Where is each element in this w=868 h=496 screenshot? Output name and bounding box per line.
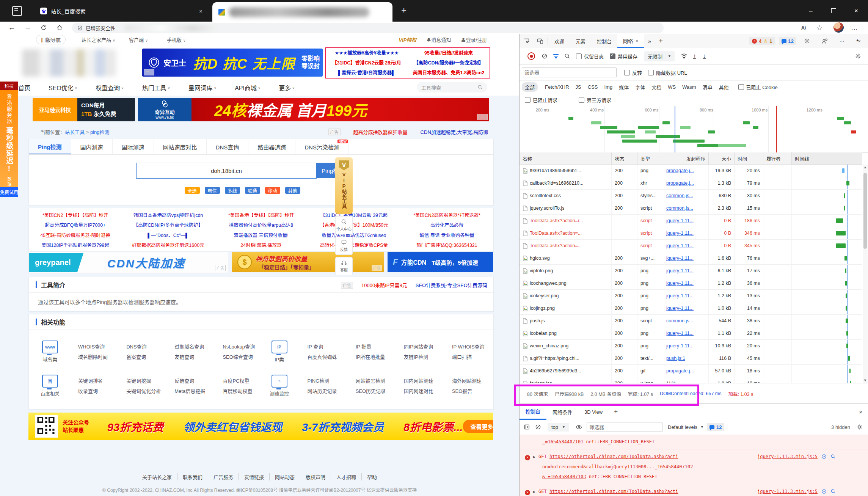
import-har-icon[interactable]: ↑ bbox=[693, 53, 696, 59]
devtools-tab[interactable]: 欢迎× bbox=[549, 34, 570, 48]
errors-warnings-badge[interactable]: ×4 ⚠1 bbox=[749, 37, 775, 45]
tool-link[interactable]: IP 批量 bbox=[356, 343, 372, 350]
promo-offer[interactable]: 领外卖红包省钱返现 bbox=[183, 418, 282, 434]
source-location-link[interactable]: jquery-1.11.3.min.js:5 bbox=[757, 487, 818, 496]
profile-avatar[interactable] bbox=[833, 22, 844, 33]
mobile-menu[interactable]: 手机版 ∨ bbox=[167, 36, 186, 43]
network-request-row[interactable]: ToolData.ashx?action=... script jquery-1… bbox=[520, 227, 862, 240]
request-initiator-link[interactable]: propagate.j... bbox=[666, 368, 694, 374]
request-initiator-link[interactable]: jquery-1.11... bbox=[666, 243, 694, 248]
devtools-more-menu-icon[interactable]: ⋯ bbox=[835, 38, 849, 44]
devtools-close-icon[interactable]: × bbox=[852, 38, 866, 44]
text-ad-link[interactable]: 【31IDC】香港10M云服 39元起 bbox=[308, 211, 400, 218]
devtools-tab[interactable]: 控制台× bbox=[591, 34, 617, 48]
text-ad-link[interactable]: 【香港CN2大带宽】100M/850元 bbox=[308, 221, 400, 228]
tool-link[interactable]: SEO综合查询 bbox=[223, 353, 253, 360]
new-tab-button[interactable]: + bbox=[399, 6, 409, 16]
live-expression-eye-icon[interactable] bbox=[573, 424, 584, 430]
column-header[interactable]: 发起程序 bbox=[663, 152, 709, 165]
column-header[interactable]: 名称 bbox=[520, 152, 612, 165]
text-ad-link[interactable]: 10000来路IP只需8元 bbox=[361, 281, 407, 289]
add-tool-icon[interactable]: + bbox=[655, 34, 667, 48]
tool-link[interactable]: 百度移动权重 bbox=[223, 387, 252, 394]
nav-item[interactable]: SEO优化∨ bbox=[49, 83, 77, 92]
log-levels-dropdown[interactable]: Default levels▼ bbox=[668, 424, 704, 430]
see-more-deals-button[interactable]: 查看更多优惠 bbox=[463, 420, 493, 433]
expand-triangle-icon[interactable]: ▶ bbox=[533, 490, 535, 494]
request-initiator-link[interactable]: common.js... bbox=[666, 206, 693, 211]
text-ad-link[interactable]: 高转化产品必备 bbox=[400, 221, 493, 228]
legacy-nav-button[interactable]: 旧版导航 bbox=[36, 35, 66, 44]
tool-tab[interactable]: 网站速度对比 bbox=[154, 139, 207, 154]
banner-ad-shenzhou[interactable]: $ 神舟联盟高价收量「稳定日结」「零扣量」 广告 bbox=[232, 252, 384, 272]
nav-item[interactable]: 更多∨ bbox=[279, 83, 295, 92]
issue-link-icon[interactable] bbox=[821, 489, 827, 494]
type-filter[interactable]: CSS bbox=[588, 84, 598, 90]
tool-link[interactable]: 网站历史记录 bbox=[308, 387, 337, 394]
console-sidebar-icon[interactable] bbox=[521, 424, 532, 430]
tool-link[interactable]: 百度真假蜘蛛 bbox=[308, 353, 337, 360]
tool-link[interactable]: SEO历史记录 bbox=[356, 387, 386, 394]
line-tag-button[interactable]: 多线 bbox=[225, 187, 240, 194]
customer-service-button[interactable]: 客服 bbox=[335, 257, 353, 275]
type-filter[interactable]: 文档 bbox=[651, 83, 661, 91]
network-request-row[interactable]: icobeian.png 200 png jquery-1.11... 1.1 … bbox=[520, 327, 862, 340]
text-ad-link[interactable]: 双端播放器 三倍预付收量! bbox=[215, 231, 308, 239]
tool-link[interactable]: Meta信息挖掘 bbox=[174, 387, 205, 394]
network-request-row[interactable]: f9391ba148945f596b1... 200 png propagate… bbox=[520, 165, 862, 177]
request-url-link[interactable]: https://othertool.chinaz.com/ToolData.as… bbox=[549, 489, 678, 494]
network-request-row[interactable]: push.js 200 script common.js... 544 B 38… bbox=[520, 315, 862, 327]
network-request-row[interactable]: 4b2f69b6279f56939d3... 200 gif propagate… bbox=[520, 365, 862, 377]
type-filter[interactable]: 清单 bbox=[703, 83, 713, 91]
console-settings-gear-icon[interactable] bbox=[854, 424, 865, 430]
tool-link[interactable]: 百度PC权重 bbox=[223, 377, 249, 384]
javascript-context-dropdown[interactable]: top▼ bbox=[548, 423, 569, 432]
network-filter-input[interactable] bbox=[522, 67, 617, 77]
search-similar-icon[interactable] bbox=[830, 489, 836, 494]
preserve-log-checkbox[interactable]: 保留日志 bbox=[576, 53, 604, 60]
tool-link[interactable]: IP 查询 bbox=[308, 343, 323, 350]
banner-ad-fangneng[interactable]: F 方能CDN T级高防，5倍加速 bbox=[388, 252, 493, 272]
banner-ad-aws[interactable]: 亚马逊云科技 CDN每月1TB 永久免费 bbox=[33, 98, 135, 121]
feedback-people-icon[interactable] bbox=[818, 38, 831, 44]
console-error-message[interactable]: ×▶GET https://othertool.chinaz.com/ToolD… bbox=[520, 449, 868, 484]
console-issues-badge[interactable]: 12 bbox=[707, 423, 724, 431]
text-ad-link[interactable]: *美国CN2【专线】【高防】秒开 bbox=[29, 211, 122, 218]
clear-console-icon[interactable] bbox=[532, 424, 544, 430]
ping-host-input[interactable] bbox=[136, 163, 317, 179]
forward-icon[interactable]: → bbox=[23, 23, 33, 33]
nav-item[interactable]: 星网词库∨ bbox=[188, 83, 217, 92]
tool-link[interactable]: 国内网站测速 bbox=[404, 377, 433, 384]
console-filter-input[interactable] bbox=[587, 422, 662, 432]
network-scrollbar[interactable]: ▲ ▼ bbox=[863, 165, 868, 383]
tool-tab[interactable]: DNS查询 bbox=[207, 139, 249, 154]
back-icon[interactable]: ← bbox=[7, 23, 17, 33]
text-ad-link[interactable]: SEO计费系统-专业SEO计费源码 bbox=[416, 281, 487, 289]
clear-network-log-icon[interactable] bbox=[539, 53, 550, 59]
products-menu[interactable]: 站长之家产品 ∨ bbox=[82, 36, 115, 43]
tool-link[interactable]: 关键词挖掘 bbox=[126, 377, 151, 384]
footer-link[interactable]: 广告服务 bbox=[208, 473, 239, 480]
more-tabs-icon[interactable]: » bbox=[644, 34, 655, 48]
settings-more-icon[interactable]: … bbox=[849, 23, 859, 33]
nav-item[interactable]: 首页 bbox=[18, 83, 30, 92]
tool-link[interactable]: 关键词优化分析 bbox=[126, 387, 161, 394]
inspect-element-icon[interactable] bbox=[520, 34, 533, 48]
refresh-icon[interactable] bbox=[39, 23, 49, 33]
text-ad-link[interactable]: 美国128IP千兆站群服务器799起 bbox=[29, 241, 122, 248]
request-initiator-link[interactable]: jquery-1.11... bbox=[666, 306, 694, 311]
third-party-checkbox[interactable]: 第三方请求 bbox=[579, 96, 611, 104]
issue-link-icon[interactable] bbox=[821, 454, 827, 459]
network-request-row[interactable]: ToolData.ashx?action=r... script jquery-… bbox=[520, 215, 862, 227]
promo-offer[interactable]: 3-7折充视频会员 bbox=[302, 418, 384, 434]
network-request-row[interactable]: icojingz.png 200 png jquery-1.11... 1.0 … bbox=[520, 302, 862, 315]
type-filter[interactable]: Wasm bbox=[682, 84, 696, 90]
invert-filter-checkbox[interactable]: 反转 bbox=[624, 69, 642, 76]
text-ad-link[interactable]: 45互联-高防妙解服务器-随时退换 bbox=[29, 231, 122, 239]
type-filter[interactable]: 全部 bbox=[522, 82, 538, 92]
tool-tab[interactable]: 国际测速 bbox=[113, 139, 154, 154]
text-ad-link[interactable]: 韩国日本香港高防vps|物理机|cdn bbox=[122, 211, 215, 218]
security-label[interactable]: 已增强安全性 bbox=[86, 24, 115, 31]
tool-link[interactable]: NsLookup查询 bbox=[223, 343, 255, 350]
footer-link[interactable]: 版权声明 bbox=[300, 473, 331, 480]
